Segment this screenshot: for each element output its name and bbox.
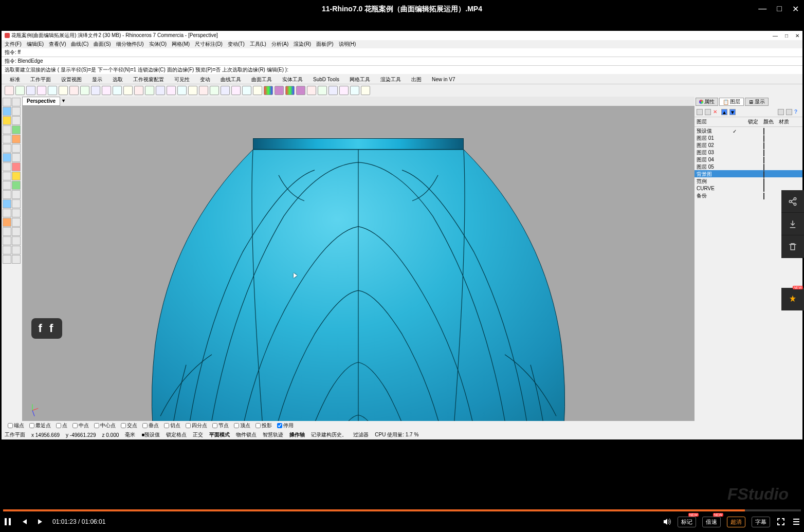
color-swatch[interactable] xyxy=(763,171,764,178)
perspective-viewport[interactable]: f f xyxy=(22,106,695,421)
toolbar-icon[interactable] xyxy=(318,86,327,95)
toolbar-tab[interactable]: 标准 xyxy=(10,76,20,83)
tool-icon[interactable] xyxy=(12,199,21,208)
toolbar-tab[interactable]: 工作视窗配置 xyxy=(133,76,164,83)
tool-icon[interactable] xyxy=(12,162,21,171)
menu-item[interactable]: 查看(V) xyxy=(49,41,66,48)
toolbar-icon[interactable] xyxy=(253,86,262,95)
share-button[interactable] xyxy=(781,190,804,213)
osnap-item[interactable]: 顶点 xyxy=(234,422,250,429)
menu-item[interactable]: 渲染(R) xyxy=(294,41,311,48)
toolbar-icon[interactable] xyxy=(59,86,68,95)
help-icon[interactable]: ? xyxy=(794,109,800,115)
status-def[interactable]: ■预设值 xyxy=(141,431,160,438)
toolbar-icon[interactable] xyxy=(350,86,359,95)
mark-button[interactable]: NEW标记 xyxy=(678,517,696,527)
maximize-icon[interactable]: □ xyxy=(777,4,782,14)
status-x[interactable]: x 14956.669 xyxy=(31,432,60,438)
close-icon[interactable]: ✕ xyxy=(792,4,799,14)
tool-icon[interactable] xyxy=(12,246,21,254)
delete-button[interactable] xyxy=(781,235,804,258)
color-swatch[interactable] xyxy=(763,178,764,185)
osnap-item[interactable]: 中心点 xyxy=(94,422,116,429)
tool-icon[interactable] xyxy=(3,181,11,190)
move-down-icon[interactable]: ▼ xyxy=(729,109,736,115)
color-swatch[interactable] xyxy=(763,135,764,142)
menu-item[interactable]: 变动(T) xyxy=(228,41,245,48)
toolbar-icon[interactable] xyxy=(328,86,338,95)
layer-row[interactable]: 预设值✓ xyxy=(695,127,802,134)
toolbar-icon[interactable] xyxy=(102,86,111,95)
toolbar-tab[interactable]: 设置视图 xyxy=(61,76,82,83)
prev-button[interactable] xyxy=(20,517,29,526)
toolbar-icon[interactable] xyxy=(26,86,35,95)
command-input[interactable] xyxy=(288,66,799,74)
playlist-button[interactable] xyxy=(792,517,801,526)
tool-icon[interactable] xyxy=(3,153,11,162)
osnap-item[interactable]: 中点 xyxy=(72,422,89,429)
tab-properties[interactable]: 属性 xyxy=(696,98,718,106)
layer-row[interactable]: 图层 05 xyxy=(695,163,802,170)
toolbar-icon[interactable] xyxy=(296,86,305,95)
subtitle-button[interactable]: 字幕 xyxy=(752,517,770,527)
new-sublayer-icon[interactable] xyxy=(705,109,711,115)
status-rec[interactable]: 记录建构历史。 xyxy=(311,431,347,438)
rhino-maximize-icon[interactable]: □ xyxy=(785,33,788,39)
toolbar-icon[interactable] xyxy=(188,86,197,95)
osnap-checkbox[interactable] xyxy=(212,423,217,428)
menu-item[interactable]: 网格(M) xyxy=(172,41,190,48)
toolbar-icon[interactable] xyxy=(339,86,349,95)
osnap-item[interactable]: 垂点 xyxy=(142,422,159,429)
tool-icon[interactable] xyxy=(12,153,21,162)
fullscreen-button[interactable] xyxy=(776,517,785,526)
menu-item[interactable]: 实体(O) xyxy=(149,41,167,48)
progress-bar[interactable] xyxy=(3,509,801,511)
tool-icon[interactable] xyxy=(3,199,11,208)
toolbar-icon[interactable] xyxy=(91,86,100,95)
tool-icon[interactable] xyxy=(3,227,11,236)
toolbar-icon[interactable] xyxy=(48,86,57,95)
toolbar-icon[interactable] xyxy=(210,86,219,95)
toolbar-tab[interactable]: 渲染工具 xyxy=(380,76,401,83)
new-layer-icon[interactable] xyxy=(697,109,703,115)
status-y[interactable]: y -49661.229 xyxy=(66,432,96,438)
tool-icon[interactable] xyxy=(3,255,11,264)
tool-icon[interactable] xyxy=(3,98,11,106)
tool-icon[interactable] xyxy=(12,181,21,190)
tool-icon[interactable] xyxy=(3,190,11,199)
tool-icon[interactable] xyxy=(3,125,11,134)
tool-icon[interactable] xyxy=(12,236,21,245)
tool-icon[interactable] xyxy=(3,144,11,153)
tool-icon[interactable] xyxy=(3,218,11,227)
menu-item[interactable]: 曲线(C) xyxy=(71,41,88,48)
next-button[interactable] xyxy=(36,517,45,526)
osnap-item[interactable]: 四分点 xyxy=(186,422,207,429)
osnap-checkbox[interactable] xyxy=(164,423,169,428)
menu-item[interactable]: 文件(F) xyxy=(5,41,22,48)
toolbar-icon[interactable] xyxy=(199,86,208,95)
toolbar-icon[interactable] xyxy=(113,86,122,95)
tool-icon[interactable] xyxy=(12,218,21,227)
delete-layer-icon[interactable]: ✕ xyxy=(713,109,719,115)
layer-row[interactable]: 背景图 xyxy=(695,170,802,177)
menu-item[interactable]: 说明(H) xyxy=(339,41,356,48)
toolbar-tab[interactable]: 实体工具 xyxy=(282,76,303,83)
download-button[interactable] xyxy=(781,213,804,235)
toolbar-tab[interactable]: 出图 xyxy=(411,76,422,83)
tool-icon[interactable] xyxy=(3,135,11,143)
toolbar-tab[interactable]: 可见性 xyxy=(174,76,190,83)
toolbar-icon[interactable] xyxy=(5,86,14,95)
layer-row[interactable]: 范例 xyxy=(695,177,802,185)
minimize-icon[interactable]: — xyxy=(758,4,766,14)
color-swatch[interactable] xyxy=(763,150,764,156)
color-swatch[interactable] xyxy=(763,128,764,135)
viewport-name[interactable]: Perspective xyxy=(22,97,60,106)
osnap-checkbox[interactable] xyxy=(234,423,239,428)
status-grid[interactable]: 锁定格点 xyxy=(166,431,187,438)
menu-item[interactable]: 面板(P) xyxy=(316,41,333,48)
menu-item[interactable]: 曲面(S) xyxy=(94,41,111,48)
status-osnap[interactable]: 物件锁点 xyxy=(236,431,257,438)
pin-button[interactable]: NEW xyxy=(781,288,804,310)
tool-icon[interactable] xyxy=(12,125,21,134)
status-planar[interactable]: 平面模式 xyxy=(209,431,230,438)
